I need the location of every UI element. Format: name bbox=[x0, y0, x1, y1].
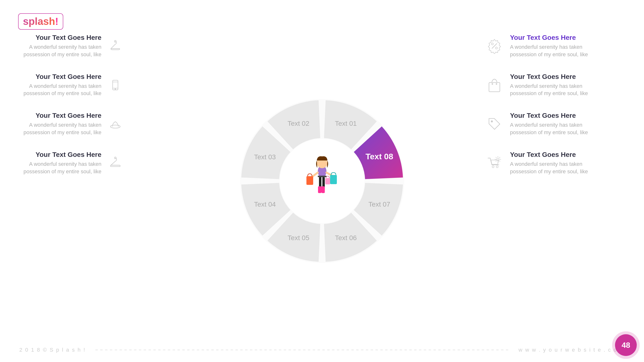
svg-point-5 bbox=[110, 125, 120, 128]
phone-icon bbox=[108, 77, 123, 93]
svg-point-34 bbox=[492, 83, 493, 85]
svg-point-36 bbox=[491, 120, 493, 122]
right-item-1: Your Text Goes Here A wonderful serenity… bbox=[485, 34, 630, 58]
left-item-3-text: Your Text Goes Here A wonderful serenity… bbox=[14, 112, 102, 136]
hanger-icon bbox=[108, 38, 123, 54]
logo-exclaim: ! bbox=[55, 16, 58, 27]
left-item-3: Your Text Goes Here A wonderful serenity… bbox=[14, 112, 123, 136]
right-items-panel: Your Text Goes Here A wonderful serenity… bbox=[485, 34, 630, 190]
svg-rect-26 bbox=[306, 176, 313, 185]
svg-rect-29 bbox=[318, 176, 326, 177]
svg-text:Text 04: Text 04 bbox=[254, 201, 276, 208]
left-item-2-desc: A wonderful serenity has takenpossession… bbox=[14, 82, 102, 97]
right-item-1-title: Your Text Goes Here bbox=[510, 34, 630, 41]
svg-point-31 bbox=[492, 43, 493, 45]
shopping-cart-gear-icon bbox=[485, 153, 504, 173]
logo-text: splash bbox=[23, 16, 55, 27]
svg-point-35 bbox=[496, 83, 497, 85]
page-number: 48 bbox=[622, 341, 630, 350]
hanger2-icon bbox=[108, 155, 123, 171]
svg-text:Text 01: Text 01 bbox=[335, 120, 357, 127]
right-item-2-text: Your Text Goes Here A wonderful serenity… bbox=[510, 73, 630, 97]
svg-point-4 bbox=[115, 89, 116, 89]
right-item-4-text: Your Text Goes Here A wonderful serenity… bbox=[510, 151, 630, 175]
right-item-4-desc: A wonderful serenity has takenpossession… bbox=[510, 160, 630, 175]
right-item-4: Your Text Goes Here A wonderful serenity… bbox=[485, 151, 630, 175]
footer-divider bbox=[96, 350, 509, 350]
right-item-3: Your Text Goes Here A wonderful serenity… bbox=[485, 112, 630, 136]
svg-point-9 bbox=[280, 139, 364, 223]
footer-copyright: 2 0 1 8 © S p l a s h ! bbox=[19, 347, 86, 353]
svg-text:Text 05: Text 05 bbox=[287, 234, 309, 242]
left-item-4-text: Your Text Goes Here A wonderful serenity… bbox=[14, 151, 102, 175]
svg-text:Text 07: Text 07 bbox=[368, 201, 390, 208]
svg-rect-28 bbox=[325, 178, 330, 184]
page-badge: 48 bbox=[615, 334, 637, 356]
svg-text:Text 03: Text 03 bbox=[254, 153, 276, 161]
svg-text:Text 08: Text 08 bbox=[365, 152, 393, 161]
logo: splash! bbox=[18, 13, 63, 30]
right-item-2: Your Text Goes Here A wonderful serenity… bbox=[485, 73, 630, 97]
svg-point-32 bbox=[496, 47, 498, 49]
right-item-1-desc: A wonderful serenity has takenpossession… bbox=[510, 43, 630, 58]
svg-point-37 bbox=[492, 166, 494, 168]
right-item-3-desc: A wonderful serenity has takenpossession… bbox=[510, 121, 630, 136]
svg-text:Text 02: Text 02 bbox=[287, 120, 309, 127]
svg-line-30 bbox=[492, 43, 497, 48]
left-item-2-text: Your Text Goes Here A wonderful serenity… bbox=[14, 73, 102, 97]
left-item-4-desc: A wonderful serenity has takenpossession… bbox=[14, 160, 102, 175]
svg-point-38 bbox=[496, 166, 498, 168]
footer: 2 0 1 8 © S p l a s h ! w w w . y o u r … bbox=[0, 338, 644, 362]
left-item-4: Your Text Goes Here A wonderful serenity… bbox=[14, 151, 123, 175]
left-item-4-title: Your Text Goes Here bbox=[14, 151, 102, 159]
left-item-1: Your Text Goes Here A wonderful serenity… bbox=[14, 34, 123, 58]
svg-rect-21 bbox=[318, 186, 322, 193]
right-item-3-text: Your Text Goes Here A wonderful serenity… bbox=[510, 112, 630, 136]
shopping-bag-icon bbox=[485, 75, 504, 95]
right-item-3-title: Your Text Goes Here bbox=[510, 112, 630, 119]
left-item-3-title: Your Text Goes Here bbox=[14, 112, 102, 119]
left-item-1-title: Your Text Goes Here bbox=[14, 34, 102, 41]
right-item-4-title: Your Text Goes Here bbox=[510, 151, 630, 159]
svg-rect-7 bbox=[110, 165, 120, 167]
percent-badge-icon bbox=[485, 36, 504, 56]
svg-text:Text 06: Text 06 bbox=[335, 234, 357, 242]
footer-website: w w w . y o u r w e b s i t e . c o m bbox=[518, 347, 625, 353]
price-tag-icon bbox=[485, 114, 504, 134]
pie-chart: Text 01Text 08Text 07Text 06Text 05Text … bbox=[235, 94, 409, 268]
left-items-panel: Your Text Goes Here A wonderful serenity… bbox=[14, 34, 123, 190]
left-item-1-desc: A wonderful serenity has takenpossession… bbox=[14, 43, 102, 58]
left-item-1-text: Your Text Goes Here A wonderful serenity… bbox=[14, 34, 102, 58]
left-item-2: Your Text Goes Here A wonderful serenity… bbox=[14, 73, 123, 97]
right-item-2-title: Your Text Goes Here bbox=[510, 73, 630, 81]
svg-rect-27 bbox=[330, 175, 337, 184]
right-item-2-desc: A wonderful serenity has takenpossession… bbox=[510, 82, 630, 97]
hat-icon bbox=[108, 116, 123, 132]
left-item-3-desc: A wonderful serenity has takenpossession… bbox=[14, 121, 102, 136]
right-item-1-text: Your Text Goes Here A wonderful serenity… bbox=[510, 34, 630, 58]
left-item-2-title: Your Text Goes Here bbox=[14, 73, 102, 81]
svg-rect-33 bbox=[489, 82, 500, 92]
svg-rect-22 bbox=[322, 186, 325, 193]
